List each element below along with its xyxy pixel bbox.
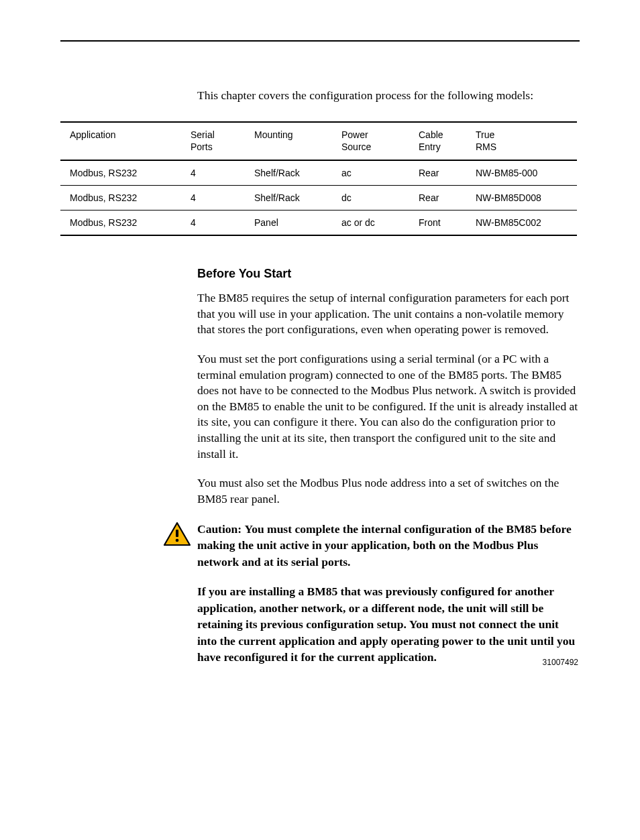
table-row: Modbus, RS232 4 Panel ac or dc Front NW-… bbox=[60, 211, 577, 236]
table-header-row: Application Serial Ports Mounting Power … bbox=[60, 122, 577, 160]
cell: Modbus, RS232 bbox=[60, 211, 181, 236]
cell: 4 bbox=[181, 211, 245, 236]
cell: Modbus, RS232 bbox=[60, 160, 181, 186]
th-serial-ports: Serial Ports bbox=[181, 122, 245, 160]
cell: Modbus, RS232 bbox=[60, 186, 181, 211]
paragraph-2: You must set the port configurations usi… bbox=[197, 351, 580, 462]
cell: NW-BM85C002 bbox=[466, 211, 577, 236]
caution-body: You must complete the internal configura… bbox=[197, 522, 572, 568]
caution-label: Caution: bbox=[197, 522, 245, 536]
th-true-rms: True RMS bbox=[466, 122, 577, 160]
document-number: 31007492 bbox=[543, 658, 578, 667]
page: This chapter covers the configuration pr… bbox=[0, 0, 640, 840]
section-heading: Before You Start bbox=[197, 267, 580, 281]
cell: dc bbox=[332, 186, 409, 211]
cell: 4 bbox=[181, 160, 245, 186]
caution-block: Caution: You must complete the internal … bbox=[164, 521, 580, 571]
cell: Front bbox=[409, 211, 466, 236]
cell: NW-BM85-000 bbox=[466, 160, 577, 186]
table-row: Modbus, RS232 4 Shelf/Rack ac Rear NW-BM… bbox=[60, 160, 577, 186]
cell: ac bbox=[332, 160, 409, 186]
th-mounting: Mounting bbox=[245, 122, 332, 160]
th-power-source: Power Source bbox=[332, 122, 409, 160]
paragraph-1: The BM85 requires the setup of internal … bbox=[197, 290, 580, 338]
content-area: This chapter covers the configuration pr… bbox=[60, 42, 580, 666]
intro-text: This chapter covers the configuration pr… bbox=[197, 88, 580, 103]
paragraph-4: If you are installing a BM85 that was pr… bbox=[197, 583, 580, 666]
cell: ac or dc bbox=[332, 211, 409, 236]
cell: Shelf/Rack bbox=[245, 160, 332, 186]
table-row: Modbus, RS232 4 Shelf/Rack dc Rear NW-BM… bbox=[60, 186, 577, 211]
cell: Rear bbox=[409, 186, 466, 211]
cell: 4 bbox=[181, 186, 245, 211]
th-application: Application bbox=[60, 122, 181, 160]
th-cable-entry: Cable Entry bbox=[409, 122, 466, 160]
svg-point-2 bbox=[176, 538, 179, 542]
caution-text: Caution: You must complete the internal … bbox=[197, 521, 580, 571]
warning-triangle-icon bbox=[164, 522, 191, 549]
cell: Shelf/Rack bbox=[245, 186, 332, 211]
paragraph-3: You must also set the Modbus Plus node a… bbox=[197, 475, 580, 507]
models-table: Application Serial Ports Mounting Power … bbox=[60, 121, 577, 236]
svg-rect-1 bbox=[176, 530, 178, 537]
cell: NW-BM85D008 bbox=[466, 186, 577, 211]
cell: Rear bbox=[409, 160, 466, 186]
cell: Panel bbox=[245, 211, 332, 236]
